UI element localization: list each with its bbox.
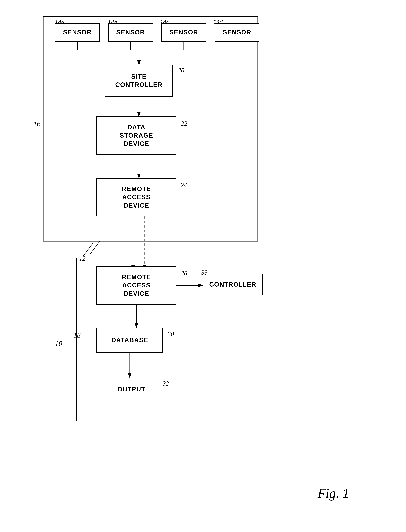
sensor-c-label: SENSOR	[169, 28, 198, 37]
remote-access-bottom-box: REMOTEACCESSDEVICE	[96, 266, 176, 304]
output-ref: 32	[163, 380, 169, 387]
svg-line-19	[83, 243, 93, 256]
sensor-a-box: SENSOR	[55, 23, 100, 42]
sensor-d-label: SENSOR	[223, 28, 251, 37]
bracket-18-ref: 18	[73, 331, 80, 340]
site-controller-ref: 20	[178, 66, 184, 74]
sensor-d-box: SENSOR	[215, 23, 260, 42]
site-controller-box: SITECONTROLLER	[105, 65, 173, 96]
data-storage-label: DATASTORAGEDEVICE	[120, 123, 153, 148]
controller-label: CONTROLLER	[209, 281, 256, 288]
sensor-a-label: SENSOR	[63, 28, 92, 37]
remote-access-top-label: REMOTEACCESSDEVICE	[122, 185, 151, 209]
system-ref-10: 10	[55, 340, 62, 348]
remote-access-bottom-label: REMOTEACCESSDEVICE	[122, 273, 151, 298]
sensor-c-ref: 14c	[160, 18, 169, 26]
data-storage-ref: 22	[181, 120, 187, 127]
output-label: OUTPUT	[117, 385, 145, 393]
bracket-16-ref: 16	[33, 120, 41, 128]
sensor-b-label: SENSOR	[116, 28, 145, 37]
database-ref: 30	[168, 330, 174, 338]
data-storage-box: DATASTORAGEDEVICE	[96, 117, 176, 155]
controller-ref: 33	[201, 269, 208, 276]
output-box: OUTPUT	[105, 378, 158, 401]
sensor-c-box: SENSOR	[161, 23, 206, 42]
sensor-b-box: SENSOR	[108, 23, 153, 42]
site-controller-label: SITECONTROLLER	[115, 73, 162, 89]
database-label: DATABASE	[111, 336, 148, 344]
sensor-b-ref: 14b	[108, 18, 117, 26]
remote-access-bottom-ref: 26	[181, 270, 187, 277]
sensor-a-ref: 14a	[55, 18, 64, 26]
fig-label: Fig. 1	[318, 486, 349, 501]
controller-box: CONTROLLER	[203, 274, 263, 295]
sensor-d-ref: 14d	[213, 18, 223, 26]
database-box: DATABASE	[96, 328, 163, 353]
svg-line-18	[90, 241, 100, 255]
connection-ref-12: 12	[79, 255, 86, 262]
remote-access-top-box: REMOTEACCESSDEVICE	[96, 178, 176, 216]
remote-access-top-ref: 24	[181, 181, 187, 189]
